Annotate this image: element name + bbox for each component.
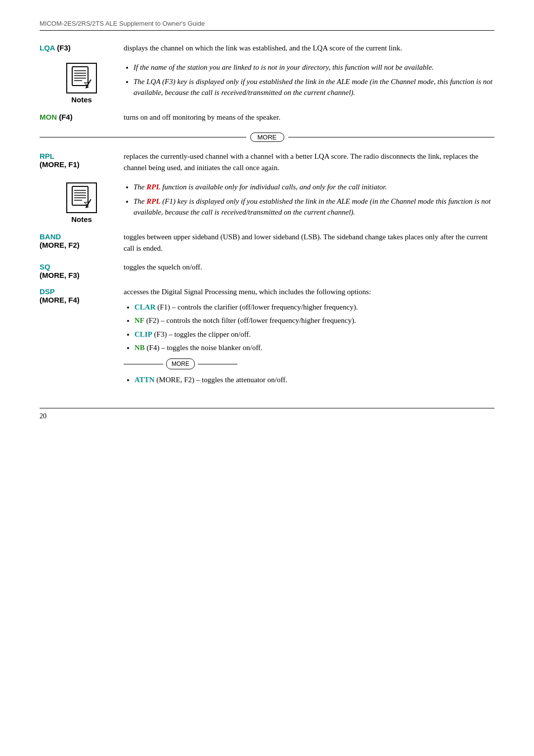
dsp-options-list: CLAR (F1) – controls the clarifier (off/…: [124, 302, 494, 354]
clip-rest: (F3) – toggles the clipper on/off.: [152, 330, 251, 338]
note-2-item-1: The RPL function is available only for i…: [134, 181, 494, 193]
entry-key-lqa: LQA (F3): [40, 43, 124, 52]
nf-keyword: NF: [134, 316, 144, 324]
entry-mon: MON (F4) turns on and off monitoring by …: [40, 112, 494, 123]
sub-more-label: MORE: [166, 358, 195, 370]
svg-marker-17: [85, 206, 89, 208]
page-number: 20: [40, 408, 494, 420]
band-keyword: BAND: [40, 232, 61, 241]
lqa-key-rest: (F3): [55, 44, 71, 52]
main-content: LQA (F3) displays the channel on which t…: [40, 43, 494, 388]
mon-value: turns on and off monitoring by means of …: [124, 112, 494, 123]
divider-more-1: MORE: [40, 133, 494, 142]
entry-band: BAND (MORE, F2) toggles between upper si…: [40, 231, 494, 255]
notes-svg-1: [68, 65, 95, 91]
sq-keyword: SQ: [40, 263, 50, 271]
clip-keyword: CLIP: [134, 330, 152, 338]
notes-label-2: Notes: [71, 215, 92, 223]
notes-icon-area-1: Notes: [40, 62, 124, 104]
entry-key-rpl: RPL (MORE, F1): [40, 151, 124, 169]
nf-rest: (F2) – controls the notch filter (off/lo…: [144, 316, 356, 324]
entry-key-sq: SQ (MORE, F3): [40, 262, 124, 279]
notes-icon-1: [66, 63, 97, 93]
nb-keyword: NB: [134, 344, 145, 352]
mon-keyword: MON: [40, 113, 57, 121]
dsp-option-nf: NF (F2) – controls the notch filter (off…: [134, 315, 494, 326]
page-header: MICOM-2ES/2RS/2TS ALE Supplement to Owne…: [40, 20, 494, 31]
notes-list-2: The RPL function is available only for i…: [124, 181, 494, 218]
dsp-value: accesses the Digital Signal Processing m…: [124, 286, 494, 388]
dsp-keyword: DSP: [40, 287, 55, 296]
notes-list-1: If the name of the station you are linke…: [124, 62, 494, 98]
page-number-text: 20: [40, 412, 46, 420]
sub-divider-right: [198, 364, 237, 364]
notes-icon-area-2: Notes: [40, 181, 124, 223]
rpl-key2: (MORE, F1): [40, 160, 80, 169]
rpl-inline-1: RPL: [146, 183, 160, 191]
band-key2: (MORE, F2): [40, 241, 80, 249]
dsp-option-attn: ATTN (MORE, F2) – toggles the attenuator…: [134, 374, 494, 386]
notes-block-1: Notes If the name of the station you are…: [40, 62, 494, 104]
dsp-option-clar: CLAR (F1) – controls the clarifier (off/…: [134, 302, 494, 313]
divider-line-right-1: [288, 137, 495, 137]
entry-rpl: RPL (MORE, F1) replaces the currently-us…: [40, 151, 494, 174]
rpl-value: replaces the currently-used channel with…: [124, 151, 494, 174]
notes-label-1: Notes: [71, 95, 92, 104]
clar-rest: (F1) – controls the clarifier (off/lower…: [156, 303, 358, 311]
header-text: MICOM-2ES/2RS/2TS ALE Supplement to Owne…: [40, 20, 205, 27]
note-1-item-2: The LQA (F3) key is displayed only if yo…: [134, 76, 494, 98]
notes-block-2: Notes The RPL function is available only…: [40, 181, 494, 223]
band-value: toggles between upper sideband (USB) and…: [124, 231, 494, 255]
more-label-1: MORE: [250, 133, 284, 142]
entry-dsp: DSP (MORE, F4) accesses the Digital Sign…: [40, 286, 494, 388]
entry-lqa: LQA (F3) displays the channel on which t…: [40, 43, 494, 54]
dsp-key2: (MORE, F4): [40, 296, 80, 304]
lqa-value: displays the channel on which the link w…: [124, 43, 494, 54]
notes-content-1: If the name of the station you are linke…: [124, 62, 494, 101]
sub-divider-left: [124, 364, 163, 364]
dsp-option-clip: CLIP (F3) – toggles the clipper on/off.: [134, 329, 494, 340]
attn-rest: (MORE, F2) – toggles the attenuator on/o…: [155, 376, 287, 384]
notes-svg-2: [68, 184, 95, 211]
note-2-item-2: The RPL (F1) key is displayed only if yo…: [134, 196, 494, 218]
clar-keyword: CLAR: [134, 303, 156, 311]
attn-keyword: ATTN: [134, 376, 155, 384]
svg-marker-8: [85, 87, 89, 89]
notes-icon-2: [66, 182, 97, 213]
divider-line-left-1: [40, 137, 246, 137]
entry-key-mon: MON (F4): [40, 112, 124, 121]
entry-key-band: BAND (MORE, F2): [40, 231, 124, 249]
entry-key-dsp: DSP (MORE, F4): [40, 286, 124, 304]
rpl-inline-2: RPL: [146, 197, 160, 205]
mon-key-rest: (F4): [57, 113, 73, 121]
dsp-option-nb: NB (F4) – toggles the noise blanker on/o…: [134, 342, 494, 354]
sq-value: toggles the squelch on/off.: [124, 262, 494, 273]
nb-rest: (F4) – toggles the noise blanker on/off.: [145, 344, 263, 352]
dsp-options-list-2: ATTN (MORE, F2) – toggles the attenuator…: [124, 374, 494, 386]
sub-divider-more: MORE: [124, 358, 494, 370]
rpl-keyword: RPL: [40, 152, 54, 160]
notes-content-2: The RPL function is available only for i…: [124, 181, 494, 221]
entry-sq: SQ (MORE, F3) toggles the squelch on/off…: [40, 262, 494, 279]
note-1-item-1: If the name of the station you are linke…: [134, 62, 494, 73]
dsp-value-text: accesses the Digital Signal Processing m…: [124, 288, 371, 296]
lqa-keyword: LQA: [40, 44, 55, 52]
sq-key2: (MORE, F3): [40, 271, 80, 279]
